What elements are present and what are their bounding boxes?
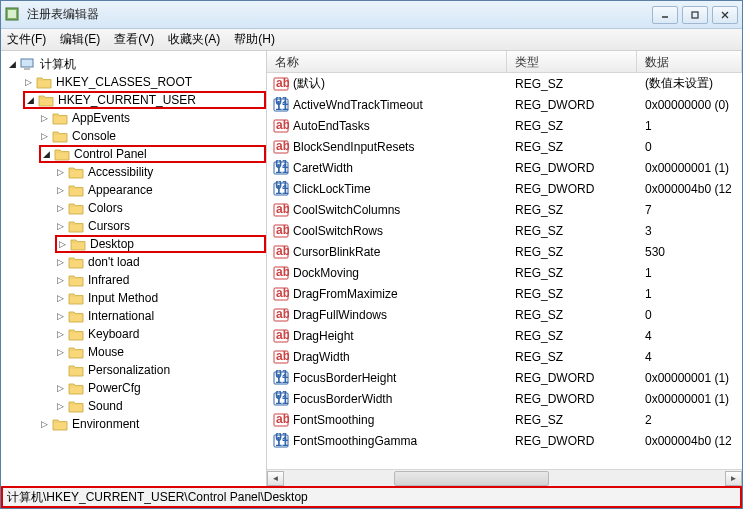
expander-icon[interactable] [55,311,66,322]
titlebar[interactable]: 注册表编辑器 [1,1,742,29]
value-row[interactable]: ClickLockTimeREG_DWORD0x000004b0 (12 [267,178,742,199]
expander-icon[interactable] [55,185,66,196]
tree-item-accessibility[interactable]: Accessibility [55,163,266,181]
folder-icon [52,129,68,143]
scroll-track[interactable] [284,471,725,486]
tree-item-sound[interactable]: Sound [55,397,266,415]
value-row[interactable]: CaretWidthREG_DWORD0x00000001 (1) [267,157,742,178]
column-data-header[interactable]: 数据 [637,51,742,72]
expander-icon[interactable] [39,113,50,124]
value-row[interactable]: CoolSwitchColumnsREG_SZ7 [267,199,742,220]
value-row[interactable]: FocusBorderHeightREG_DWORD0x00000001 (1) [267,367,742,388]
tree-label: Environment [70,417,141,431]
expander-icon[interactable] [41,149,52,160]
value-row[interactable]: CursorBlinkRateREG_SZ530 [267,241,742,262]
expander-icon[interactable] [23,77,34,88]
menu-view[interactable]: 查看(V) [114,31,154,48]
binary-value-icon [273,391,289,407]
content-area: 计算机 HKEY_CLASSES_ROOT HKEY_CURRENT_USER [1,51,742,486]
tree-environment[interactable]: Environment [39,415,266,433]
expander-icon[interactable] [55,221,66,232]
tree-console[interactable]: Console [39,127,266,145]
tree-item-personalization[interactable]: Personalization [55,361,266,379]
value-row[interactable]: DragWidthREG_SZ4 [267,346,742,367]
expander-icon[interactable] [25,95,36,106]
tree-item-mouse[interactable]: Mouse [55,343,266,361]
menu-edit[interactable]: 编辑(E) [60,31,100,48]
tree-label: Infrared [86,273,131,287]
scroll-right-button[interactable]: ► [725,471,742,486]
value-data: 0x00000001 (1) [637,161,742,175]
value-row[interactable]: DragFromMaximizeREG_SZ1 [267,283,742,304]
value-row[interactable]: AutoEndTasksREG_SZ1 [267,115,742,136]
value-row[interactable]: DockMovingREG_SZ1 [267,262,742,283]
registry-editor-window: 注册表编辑器 文件(F) 编辑(E) 查看(V) 收藏夹(A) 帮助(H) 计算… [0,0,743,509]
maximize-button[interactable] [682,6,708,24]
tree-panel[interactable]: 计算机 HKEY_CLASSES_ROOT HKEY_CURRENT_USER [1,51,267,486]
scroll-left-button[interactable]: ◄ [267,471,284,486]
value-row[interactable]: FocusBorderWidthREG_DWORD0x00000001 (1) [267,388,742,409]
expander-icon[interactable] [55,293,66,304]
scroll-thumb[interactable] [394,471,548,486]
column-type-header[interactable]: 类型 [507,51,637,72]
folder-icon [68,399,84,413]
tree-item-desktop[interactable]: Desktop [55,235,266,253]
menu-file[interactable]: 文件(F) [7,31,46,48]
expander-icon[interactable] [55,275,66,286]
folder-icon [38,93,54,107]
column-name-header[interactable]: 名称 [267,51,507,72]
tree-item-colors[interactable]: Colors [55,199,266,217]
tree-label: Accessibility [86,165,155,179]
tree-item-don-t-load[interactable]: don't load [55,253,266,271]
tree-control-panel[interactable]: Control Panel [39,145,266,163]
string-value-icon [273,328,289,344]
tree-item-powercfg[interactable]: PowerCfg [55,379,266,397]
menu-favorites[interactable]: 收藏夹(A) [168,31,220,48]
value-row[interactable]: CoolSwitchRowsREG_SZ3 [267,220,742,241]
tree-hkcu[interactable]: HKEY_CURRENT_USER [23,91,266,109]
expander-icon[interactable] [55,203,66,214]
value-name: (默认) [293,75,325,92]
tree-item-international[interactable]: International [55,307,266,325]
tree-item-appearance[interactable]: Appearance [55,181,266,199]
value-row[interactable]: FontSmoothingGammaREG_DWORD0x000004b0 (1… [267,430,742,451]
binary-value-icon [273,160,289,176]
tree-item-keyboard[interactable]: Keyboard [55,325,266,343]
tree-item-cursors[interactable]: Cursors [55,217,266,235]
menu-help[interactable]: 帮助(H) [234,31,275,48]
string-value-icon [273,118,289,134]
value-row[interactable]: ActiveWndTrackTimeoutREG_DWORD0x00000000… [267,94,742,115]
folder-icon [68,381,84,395]
tree-root-computer[interactable]: 计算机 [7,55,266,73]
value-row[interactable]: (默认)REG_SZ(数值未设置) [267,73,742,94]
value-name: DragFromMaximize [293,287,398,301]
minimize-button[interactable] [652,6,678,24]
tree-appevents[interactable]: AppEvents [39,109,266,127]
value-data: (数值未设置) [637,75,742,92]
expander-icon[interactable] [7,59,18,70]
expander-icon[interactable] [55,365,66,376]
expander-icon[interactable] [55,401,66,412]
value-row[interactable]: DragHeightREG_SZ4 [267,325,742,346]
list-body[interactable]: (默认)REG_SZ(数值未设置)ActiveWndTrackTimeoutRE… [267,73,742,469]
string-value-icon [273,265,289,281]
tree-hkcr[interactable]: HKEY_CLASSES_ROOT [23,73,266,91]
close-button[interactable] [712,6,738,24]
value-row[interactable]: BlockSendInputResetsREG_SZ0 [267,136,742,157]
folder-icon [52,417,68,431]
value-type: REG_DWORD [507,182,637,196]
expander-icon[interactable] [39,131,50,142]
expander-icon[interactable] [55,257,66,268]
value-data: 0 [637,308,742,322]
value-row[interactable]: DragFullWindowsREG_SZ0 [267,304,742,325]
expander-icon[interactable] [55,167,66,178]
value-row[interactable]: FontSmoothingREG_SZ2 [267,409,742,430]
tree-item-infrared[interactable]: Infrared [55,271,266,289]
expander-icon[interactable] [55,347,66,358]
horizontal-scrollbar[interactable]: ◄ ► [267,469,742,486]
expander-icon[interactable] [57,239,68,250]
tree-item-input-method[interactable]: Input Method [55,289,266,307]
expander-icon[interactable] [55,329,66,340]
expander-icon[interactable] [39,419,50,430]
expander-icon[interactable] [55,383,66,394]
